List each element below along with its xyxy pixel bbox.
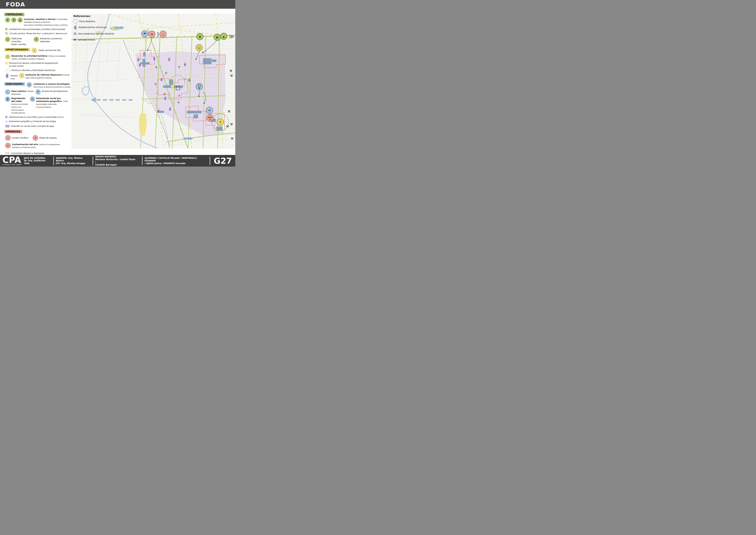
item-title: Turismo rural bbox=[10, 74, 18, 80]
climate-change-icon: ♨ bbox=[160, 31, 166, 38]
list-item: ☠ Contaminación del aire: Gracias a los … bbox=[5, 143, 72, 149]
sun-festival-icon: ☀ bbox=[32, 48, 37, 53]
cultural-arc-icon bbox=[5, 70, 10, 72]
tree-icon: ♠ bbox=[5, 17, 10, 22]
mining-icon: ⚒ bbox=[73, 38, 76, 42]
svg-text:⚒: ⚒ bbox=[226, 125, 229, 128]
item-title: Desorden en uso de suelo y escazes de ag… bbox=[11, 125, 54, 127]
grapes-icon bbox=[73, 25, 77, 29]
technology-gear-icon: ⚙ bbox=[27, 82, 32, 87]
svg-text:♨: ♨ bbox=[162, 33, 165, 36]
pink-line-icon bbox=[5, 153, 10, 154]
drought-sun-icon: ☀ bbox=[148, 31, 155, 38]
credit-adjunta: ADJUNTA: Arq. Monica Blanco JTP: Arq. Ni… bbox=[56, 157, 91, 165]
list-item: ♠ ♣ ▲ LLanuras, mesetas y sierras: Su di… bbox=[5, 17, 72, 26]
mountain-icon: ▲ bbox=[18, 17, 22, 22]
credits-bar: CPA CIUDADES PARA ARMAR JEFE DE CATEDRA:… bbox=[0, 155, 235, 167]
item-title: Santuario de Ceferino Namucura bbox=[25, 74, 62, 76]
gas-mask-circle-icon bbox=[207, 115, 213, 122]
item-title: LLanuras, mesetas y sierras: bbox=[24, 18, 56, 20]
svg-text:☂: ☂ bbox=[143, 32, 147, 36]
cpa-logo-subtitle: CIUDADES PARA ARMAR bbox=[2, 164, 22, 165]
agro-zone-icon bbox=[73, 32, 76, 35]
reference-label: Actividad minera bbox=[78, 39, 95, 41]
list-item: Urbanizaciones en zona fértil y poca con… bbox=[5, 115, 72, 118]
divider bbox=[93, 156, 93, 165]
item-title: Contaminación del aire: bbox=[12, 143, 39, 146]
soil-degradation-icon: ▒ bbox=[5, 97, 10, 101]
climate-change-icon: ♨ bbox=[5, 135, 11, 141]
gas-mask-icon: ☠ bbox=[5, 143, 11, 148]
item-title: Fiesta nacional del SOL. bbox=[39, 49, 61, 51]
item-title: Ferrocarril en desuso y diversidad de eq… bbox=[9, 62, 58, 67]
tourism-icon: ☺ bbox=[5, 54, 10, 59]
item-title: Escacez de precipitaciones. bbox=[42, 90, 68, 92]
item-title: Cambio climático. bbox=[12, 137, 29, 139]
item-title: Cantidad de rutas pavimentadas y omnibus… bbox=[9, 28, 65, 30]
drought-sun-icon: ☀ bbox=[33, 135, 38, 141]
desert-climate-icon bbox=[73, 19, 77, 23]
item-title: Aislamiento social por aislamiento geogr… bbox=[36, 97, 63, 102]
music-icon: ♫ bbox=[5, 37, 10, 42]
references-title: Referencias: bbox=[73, 14, 114, 17]
group-code: G27 bbox=[214, 156, 232, 166]
seismic-icon: ⚡ bbox=[5, 90, 10, 95]
item-title: Limitacion a nuevas tecnologias. bbox=[34, 83, 70, 85]
svg-text:⚒: ⚒ bbox=[230, 69, 232, 73]
purple-dot-icon bbox=[7, 125, 10, 127]
no-rain-icon: ☂ bbox=[36, 90, 40, 95]
list-item: Desorden en uso de suelo y escazes de ag… bbox=[5, 125, 72, 127]
reference-item: Clima desértico: bbox=[73, 19, 114, 23]
section-oportunidades: OPORTUNIDADES: ☀ Fiesta nacional del SOL… bbox=[4, 48, 72, 80]
item-title: Urbanizaciones en zona fértil y poca con… bbox=[9, 116, 64, 118]
foda-poster: FODA FORTALEZAS: ♠ ♣ ▲ LLanuras, mesetas… bbox=[0, 0, 235, 167]
title-bar: FODA bbox=[0, 0, 235, 9]
svg-text:⚒: ⚒ bbox=[230, 74, 233, 78]
tourist-circuit-icon: ↻ bbox=[5, 31, 8, 36]
svg-text:⚒: ⚒ bbox=[230, 123, 233, 126]
map-area: ⚒ ⚒ ⚒ ⚒ ⚒ ⚒ ☂ ☀ } ♨ bbox=[72, 14, 235, 149]
pottery-icon: ⚱ bbox=[34, 37, 39, 42]
brace-glyph: } bbox=[156, 31, 160, 37]
reference-label: Establecimiento vitivinícola bbox=[79, 26, 107, 29]
amenazas-heading: AMENAZAS: bbox=[4, 130, 22, 133]
list-item: Prácticas culturales y festividades iden… bbox=[5, 69, 72, 72]
list-item: Turismo rural ✝ Santuario de Ceferino Na… bbox=[5, 73, 72, 80]
reference-item: ⚒ Actividad minera bbox=[73, 38, 114, 42]
page-title: FODA bbox=[6, 1, 25, 8]
list-item: ⚡ Zona sísmica: Elevada peligrosidad ☂ E… bbox=[5, 90, 72, 95]
item-title: Desarrolar la actividad turística: bbox=[12, 55, 48, 57]
svg-text:♠: ♠ bbox=[199, 35, 202, 39]
svg-text:⚒: ⚒ bbox=[231, 137, 233, 140]
svg-text:⚒: ⚒ bbox=[228, 110, 230, 113]
paved-routes-dot-icon bbox=[5, 28, 8, 30]
item-desc: Para innovar en practicas economicas y s… bbox=[34, 86, 71, 88]
item-title: Aislamiento geográfico y limitación de t… bbox=[9, 120, 56, 123]
swot-legend: FORTALEZAS: ♠ ♣ ▲ LLanuras, mesetas y si… bbox=[4, 13, 72, 167]
list-item: ≈ Aislamiento geográfico y limitación de… bbox=[5, 120, 72, 123]
list-item: Cantidad de rutas pavimentadas y omnibus… bbox=[5, 28, 72, 31]
debilidades-heading: DEBILIDADES: bbox=[4, 82, 25, 86]
reference-label: Clima desértico: bbox=[79, 20, 96, 23]
cpa-logo: CPA CIUDADES PARA ARMAR bbox=[2, 156, 22, 165]
tree-circle-icon: ♠ bbox=[197, 33, 203, 40]
credit-grupo: GRUPO DOCENTE: Mariana Venturino / Camil… bbox=[95, 155, 136, 166]
svg-text:☺: ☺ bbox=[198, 46, 201, 50]
sanctuary-cross-icon: ✝ bbox=[19, 73, 24, 78]
reference-item: Establecimiento vitivinícola bbox=[73, 25, 114, 29]
svg-text:✝: ✝ bbox=[219, 120, 222, 124]
urbanization-dot-icon bbox=[5, 116, 8, 118]
grapes-icon bbox=[5, 73, 9, 78]
water-scarcity-icon: ≈ bbox=[206, 107, 213, 114]
rain-scarcity-icon: ☂ bbox=[141, 31, 148, 37]
item-title: Circuito turistico “Rutas del vino” y Sa… bbox=[10, 32, 67, 35]
item-title: Prácticas culturales y festividades iden… bbox=[12, 69, 55, 71]
mountain-circle-icon: ▲ bbox=[220, 33, 227, 40]
festival-person-icon: ☺ bbox=[196, 44, 202, 51]
item-title: Tradiciones musicales, bailes, comidas. bbox=[11, 37, 27, 45]
item-title: Crecimiento disperso y disgregado bbox=[11, 152, 44, 154]
svg-text:☀: ☀ bbox=[150, 32, 154, 37]
list-item: Crecimiento disperso y disgregado bbox=[5, 152, 72, 155]
chevrons-icon: ≫ bbox=[229, 33, 234, 40]
wavy-line-icon: ≈ bbox=[5, 119, 8, 123]
